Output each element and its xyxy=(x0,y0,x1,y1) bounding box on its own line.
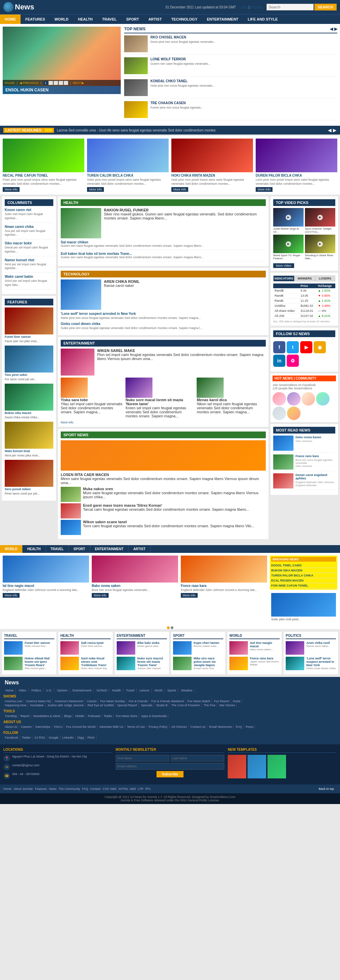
login-link[interactable]: Login xyxy=(239,5,247,9)
features-link[interactable]: Tino pirot sekin xyxy=(5,373,27,377)
featured-more-link[interactable]: More Info xyxy=(3,187,19,192)
top-news-prev[interactable]: ◀ xyxy=(330,27,333,31)
footer-link-health[interactable]: Health xyxy=(110,688,123,692)
footer-show-link[interactable]: War Stories xyxy=(218,703,237,707)
footer-link-home[interactable]: Home xyxy=(3,688,16,692)
nav-item-sport[interactable]: SPORT xyxy=(121,14,144,24)
tab-health[interactable]: HEALTH xyxy=(22,545,46,553)
footer-link-travel[interactable]: Travel xyxy=(124,688,137,692)
rss-icon[interactable]: ◉ xyxy=(314,341,326,353)
latest-prev[interactable]: ◀ xyxy=(328,127,332,133)
footer-tool-link[interactable]: Podcasts xyxy=(87,714,102,718)
footer-about-link[interactable]: About Us xyxy=(3,725,19,729)
footer-link-entertainment[interactable]: Entertainment xyxy=(70,688,94,692)
footer-show-link[interactable]: Justice with Judge Jeanine xyxy=(46,703,86,707)
footer-show-link[interactable]: America's Newsroom xyxy=(53,699,85,703)
footer-bottom-ltr[interactable]: LTR xyxy=(138,787,144,791)
columnist-link[interactable]: Siko macer bokir xyxy=(5,241,53,245)
footer-tool-link[interactable]: Mobile xyxy=(74,714,86,718)
video-thumb[interactable]: ▶ xyxy=(305,235,335,253)
tab-article-more[interactable]: More info xyxy=(92,593,109,598)
nav-link-lifestyle[interactable]: LIFE AND STYLE xyxy=(243,14,283,24)
next-button[interactable]: NEXT ▶ xyxy=(73,81,84,84)
columnist-link[interactable]: Nman caren chika xyxy=(5,225,53,229)
footer-link-video[interactable]: Video xyxy=(16,688,29,692)
nav-item-world[interactable]: WORLD xyxy=(49,14,73,24)
footer-about-link[interactable]: FAQ xyxy=(235,725,244,729)
search-input[interactable] xyxy=(267,4,314,10)
nav-link-technology[interactable]: TECHNOLOGY xyxy=(167,14,203,24)
play-button-icon[interactable]: ▶ xyxy=(318,241,323,247)
linkedin-icon[interactable]: in xyxy=(273,355,285,367)
footer-show-link[interactable]: Specials xyxy=(140,703,154,707)
footer-follow-twitter[interactable]: Twitter xyxy=(21,736,33,740)
footer-link-weather[interactable]: Weather xyxy=(179,688,195,692)
footer-link-world[interactable]: World xyxy=(152,688,164,692)
footer-about-link[interactable]: Ad Choices xyxy=(170,725,188,729)
youtube-icon[interactable]: ▶ xyxy=(300,341,312,353)
facebook-icon[interactable]: f xyxy=(273,341,285,353)
footer-bottom-community[interactable]: The Community xyxy=(59,787,80,791)
tab-world[interactable]: WORLD xyxy=(0,545,22,553)
footer-link-sports[interactable]: Sports xyxy=(165,688,179,692)
footer-show-link[interactable]: Greta xyxy=(231,699,242,703)
footer-tool-link[interactable]: Apps & Downloads xyxy=(140,714,168,718)
last-name-input[interactable] xyxy=(171,755,224,762)
features-link[interactable]: Sero juocel miken xyxy=(5,487,31,491)
nav-link-home[interactable]: HOME xyxy=(0,14,21,24)
footer-tool-link[interactable]: Newsletters & Alerts xyxy=(32,714,62,718)
footer-show-link[interactable]: Cavuto xyxy=(86,699,99,703)
features-link[interactable]: Funet liner sancer xyxy=(5,335,31,339)
tab-dot[interactable] xyxy=(171,626,173,629)
columnist-link[interactable]: Namer konset ritet xyxy=(5,258,53,262)
footer-show-link[interactable]: Fox News Watch xyxy=(186,699,212,703)
footer-show-link[interactable]: America News HQ xyxy=(25,699,53,703)
columnist-link[interactable]: Wakir canel bakin xyxy=(5,275,53,278)
tab-dot[interactable] xyxy=(167,626,170,629)
nav-item-features[interactable]: FEATURES xyxy=(21,14,49,24)
play-button-icon[interactable]: ▶ xyxy=(286,241,291,247)
footer-bottom-xhtml[interactable]: XHTML Valid xyxy=(118,787,136,791)
page-5[interactable]: 5 xyxy=(64,81,68,85)
footer-show-link[interactable]: Fox Report xyxy=(212,699,231,703)
featured-more-link[interactable]: More Info xyxy=(256,187,273,192)
footer-tool-link[interactable]: Blogs xyxy=(63,714,73,718)
nav-item-artist[interactable]: ARTIST xyxy=(144,14,167,24)
footer-show-link[interactable]: The Cost of Freedom xyxy=(170,703,202,707)
footer-bottom-css[interactable]: CSS Valid xyxy=(102,787,116,791)
prev-button[interactable]: ◀ PREVIOUS xyxy=(19,81,38,84)
footer-link-scitech[interactable]: SciTech xyxy=(94,688,110,692)
page-3[interactable]: 3 xyxy=(54,81,58,85)
tab-article-more[interactable]: More info xyxy=(181,593,198,598)
twitter-icon[interactable]: t xyxy=(287,341,299,353)
tab-artist[interactable]: ARTIST xyxy=(129,545,150,553)
footer-show-link[interactable]: Happening Now xyxy=(3,703,28,707)
top-news-next[interactable]: ▶ xyxy=(334,27,337,31)
footer-bottom-home[interactable]: Home xyxy=(3,787,11,791)
nav-item-technology[interactable]: TECHNOLOGY xyxy=(167,14,203,24)
ent-more-link[interactable]: More info xyxy=(61,421,73,424)
footer-about-link[interactable]: Internships xyxy=(34,725,52,729)
features-link[interactable]: Watu konset tinat xyxy=(5,449,30,453)
footer-bottom-contact[interactable]: Contact xyxy=(90,787,101,791)
footer-about-link[interactable]: Contact Us xyxy=(189,725,208,729)
email-input[interactable] xyxy=(116,763,225,770)
footer-follow-google[interactable]: Google xyxy=(48,736,61,740)
footer-link-opinion[interactable]: Opinion xyxy=(55,688,70,692)
page-4[interactable]: 4 xyxy=(59,81,63,85)
video-thumb[interactable]: ▶ xyxy=(305,208,335,226)
play-button-icon[interactable]: ▶ xyxy=(286,215,291,220)
tab-travel[interactable]: TRAVEL xyxy=(46,545,69,553)
more-video-link[interactable]: More Video xyxy=(273,263,294,268)
footer-show-link[interactable]: Fox & Friends Weekend xyxy=(150,699,185,703)
nav-link-entertainment[interactable]: ENTERTAINMENT xyxy=(202,14,243,24)
nav-link-features[interactable]: FEATURES xyxy=(21,14,49,24)
pause-button[interactable]: PAUSE xyxy=(5,81,15,84)
footer-bottom-about[interactable]: About Joomla! xyxy=(13,787,33,791)
footer-about-link[interactable]: Terms of Use xyxy=(126,725,147,729)
footer-link-us[interactable]: U.S. xyxy=(44,688,54,692)
footer-about-link[interactable]: Advertise With Us xyxy=(98,725,125,729)
nav-item-entertainment[interactable]: ENTERTAINMENT xyxy=(202,14,243,24)
flickr-icon[interactable]: ✿ xyxy=(287,355,299,367)
tab-losers[interactable]: LOSERS xyxy=(315,275,335,282)
